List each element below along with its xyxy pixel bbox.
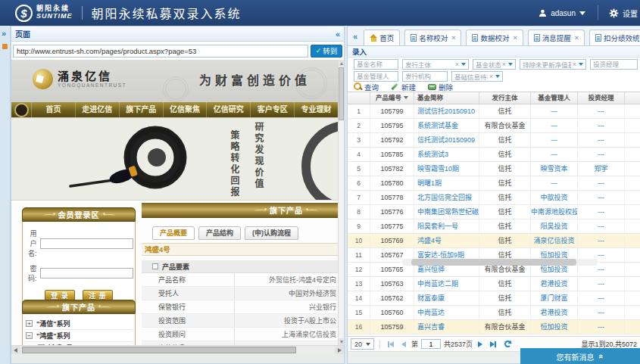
fund-link[interactable]: 鸿盛4号 [417,237,442,244]
scroll-up-icon[interactable] [339,60,344,67]
last-page-button[interactable] [490,341,496,347]
filter-issuing-agency-input[interactable] [402,71,448,82]
col-header-5[interactable]: 投资经理 [578,92,625,104]
table-row[interactable]: 6105780明曙1期信托------山东信托 [348,176,640,191]
tab-score-stats[interactable]: 扣分绩效统计× [589,30,640,45]
tab-name-check[interactable]: 名称校对× [404,30,461,45]
table-row[interactable]: 4105785系统测试3信托------中融 [348,148,640,162]
next-page-button[interactable] [478,341,482,347]
filter-investment-manager-input[interactable] [590,59,638,70]
tree-toggle-icon[interactable]: + [26,320,33,327]
table-row[interactable]: 14105762财富泰康信托厦门财富---厦门信托 [348,291,640,306]
filter-exclude-stale-nav-combo[interactable]: 排除未更新净值基金× [520,59,586,70]
filter-fund-name-input[interactable] [354,59,398,70]
table-row[interactable]: 3105792信托测试20150909信托--------- [348,133,640,148]
fund-link[interactable]: 嘉兴恒骅 [417,266,445,273]
scroll-left-icon[interactable] [11,346,20,354]
product-tab-1[interactable]: 产品概要 [152,226,195,240]
fund-link[interactable]: 北方国信完全回报 [417,194,472,201]
tab-data-check[interactable]: 数据校对× [466,30,523,45]
vertical-scroll-thumb[interactable] [339,67,344,120]
filter-basic-info-pending-combo[interactable]: 基础信息待补× [451,71,503,82]
prev-page-button[interactable] [401,341,406,347]
page-size-select[interactable]: 20 [351,338,374,350]
site-nav-item-4[interactable]: 亿信聚焦 [163,102,207,117]
site-nav-item-5[interactable]: 亿信研究 [206,102,250,117]
fund-link[interactable]: 测试信托20150910 [417,107,475,115]
col-header-3[interactable]: 发行主体 [479,92,531,104]
table-row[interactable]: 9105775阳昊套利一号信托阳昊投资---北方信托 [348,219,640,234]
table-row[interactable]: 2105795系统测试基金有限合伙基金------瑞翰 [348,119,640,133]
webpage-horizontal-scrollbar[interactable] [11,345,344,354]
table-row[interactable]: 7105778北方国信完全回报信托中歆投资---北方信托 [348,191,640,205]
horizontal-scroll-thumb[interactable] [22,347,296,353]
combo-arrow-icon[interactable] [508,63,513,66]
collapse-tabs-icon[interactable]: « [353,32,357,41]
page-number-input[interactable] [421,339,441,349]
filter-fund-status-combo[interactable]: 基金状态× [473,59,516,70]
tree-item[interactable]: +"涌信"系列 [26,318,132,330]
fund-link[interactable]: 中南集团常熟世纪磁城 [417,208,479,216]
expand-sidebar-icon[interactable]: » [2,29,6,38]
tree-toggle-icon[interactable]: − [26,332,33,339]
username-field[interactable] [40,238,133,249]
col-header-2[interactable]: 基金简称 [414,92,479,104]
fund-link[interactable]: 嘉兴吉睿 [417,323,445,331]
tab-message-remind[interactable]: 消息提醒× [528,30,585,45]
fund-link[interactable]: 中尚蓝达 [417,309,445,316]
table-row[interactable]: 13105763中尚蓝达二期信托君港投资---渤海信托 [348,277,640,291]
fund-link[interactable]: 阳昊套利一号 [417,222,458,230]
fund-link[interactable]: 中尚蓝达二期 [417,280,458,288]
checkbox-icon[interactable] [152,263,158,269]
site-logo[interactable]: 涌泉亿信 YONGQUANENTRUST [33,69,126,89]
fund-link[interactable]: 明曙1期 [417,179,442,187]
tab-home[interactable]: 首页 [364,30,400,45]
product-tab-2[interactable]: 产品结构 [198,226,241,240]
webpage-vertical-scrollbar[interactable] [338,60,344,345]
site-nav-item-7[interactable]: 专业理财 [294,102,338,117]
grid-scroll-thumb[interactable] [411,259,576,266]
password-field[interactable] [40,268,133,278]
col-header-4[interactable]: 基金管理人 [531,92,578,104]
table-row[interactable]: 15105760中尚蓝达信托君港投资---渤海信托 [348,306,640,320]
new-message-bar[interactable]: 您有新消息 « [520,348,640,364]
fund-link[interactable]: 信托测试20150909 [417,136,475,144]
tab-close-icon[interactable]: × [451,34,455,42]
url-input[interactable] [13,45,308,58]
combo-arrow-icon[interactable] [579,63,583,66]
fund-link[interactable]: 财富泰康 [417,294,445,302]
table-row[interactable]: 8105776中南集团常熟世纪磁城信托中南源地股权投资---紫金信托 [348,205,640,219]
fund-link[interactable]: 系统测试3 [417,151,448,158]
combo-arrow-icon[interactable] [495,75,500,78]
col-header-1[interactable]: 产品编号 [370,92,414,104]
grid-horizontal-scrollbar[interactable] [402,259,598,266]
table-row[interactable]: 16105759嘉兴吉睿有限合伙基金恒加投资---恒加投资 [348,320,640,334]
fund-link[interactable]: 富安达-恒加9期 [417,251,464,259]
filter-issuer-type-combo[interactable]: 发行主体× [402,59,469,70]
combo-clear-icon[interactable]: × [454,61,460,68]
collapse-left-panel-icon[interactable]: « [336,30,340,39]
refresh-grid-icon[interactable] [504,341,511,347]
site-nav-item-6[interactable]: 客户专区 [250,102,294,117]
combo-arrow-icon[interactable] [461,63,466,66]
delete-button[interactable]: 删除 [428,82,453,92]
product-tab-3[interactable]: (申)认购流程 [245,226,298,240]
tab-close-icon[interactable]: × [513,34,517,42]
pin-icon[interactable] [2,44,8,49]
user-menu[interactable]: adasun [526,9,598,17]
scroll-right-icon[interactable] [335,346,344,354]
site-nav-item-1[interactable]: 首页 [31,102,75,117]
combo-clear-icon[interactable]: × [488,73,495,80]
tree-item[interactable]: −"鸿盛"系列 [26,330,132,342]
site-nav-item-2[interactable]: 走进亿信 [75,102,119,117]
tab-close-icon[interactable]: × [575,34,579,42]
combo-clear-icon[interactable]: × [571,61,578,68]
settings-button[interactable]: 设置 [598,8,640,19]
table-row[interactable]: 10105769鸿盛4号信托涌泉亿信投资---外贸信托 [348,234,640,248]
filter-fund-manager-input[interactable] [354,71,398,82]
query-button[interactable]: 查询 [354,82,379,92]
table-row[interactable]: 1105799测试信托20150910信托--------- [348,104,640,119]
scroll-down-icon[interactable] [339,338,344,345]
col-header-6[interactable]: 发行机构 [625,92,640,104]
first-page-button[interactable] [388,341,394,347]
